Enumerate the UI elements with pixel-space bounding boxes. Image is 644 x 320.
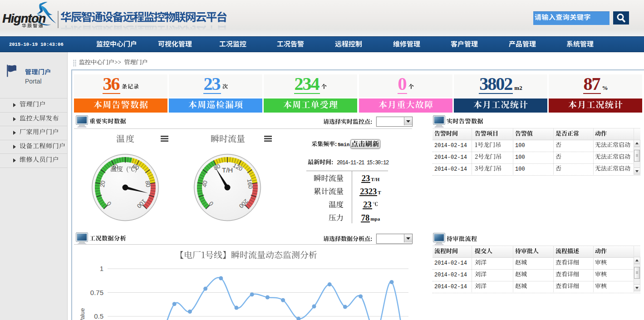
svg-text:80: 80 (144, 180, 152, 188)
svg-text:0.5: 0.5 (94, 312, 103, 320)
svg-text:20: 20 (99, 180, 107, 188)
svg-text:40: 40 (201, 180, 209, 188)
svg-text:1: 1 (100, 265, 103, 272)
svg-text:0.75: 0.75 (90, 289, 103, 296)
svg-text:Value: Value (79, 308, 86, 320)
